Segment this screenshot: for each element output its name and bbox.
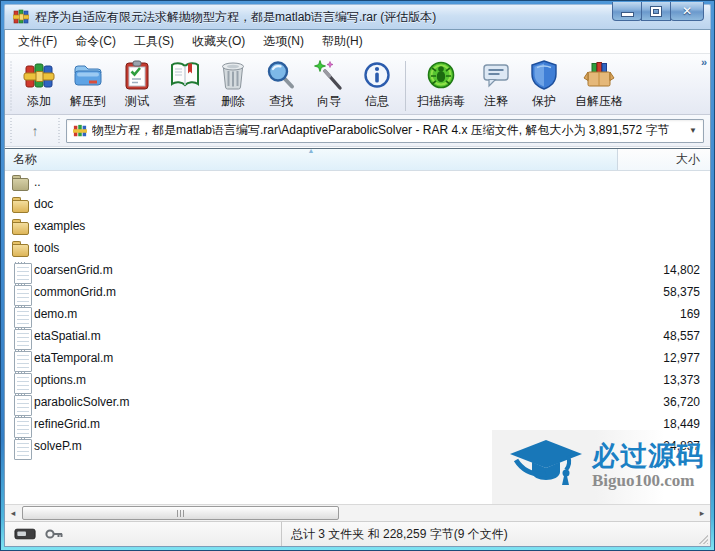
file-name: refineGrid.m — [34, 417, 612, 431]
file-list-panel: 名称 ▲ 大小 .. doc exam — [5, 148, 710, 504]
file-type-icon — [12, 372, 28, 388]
file-type-icon — [12, 328, 28, 344]
find-icon — [265, 59, 297, 91]
add-archive-icon — [23, 59, 55, 91]
toolbar-test-button[interactable]: 测试 — [113, 58, 161, 111]
window-controls: ✕ — [613, 2, 704, 21]
client-area: 文件(F) 命令(C) 工具(S) 收藏夹(O) 选项(N) 帮助(H) — [4, 29, 711, 547]
status-summary: 总计 3 文件夹 和 228,259 字节(9 个文件) — [282, 526, 710, 543]
file-name: options.m — [34, 373, 612, 387]
toolbar-delete-button[interactable]: 删除 — [209, 58, 257, 111]
horizontal-scrollbar[interactable]: ◂ ▸ — [5, 504, 710, 521]
archive-path-text: 物型方程，都是matlab语言编写.rar\AdaptiveParabolicS… — [92, 122, 680, 139]
file-type-icon — [12, 394, 28, 410]
file-type-icon — [12, 262, 28, 278]
toolbar-comment-button[interactable]: 注释 — [472, 58, 520, 111]
toolbar-virus-scan-button[interactable]: 扫描病毒 — [410, 58, 472, 111]
winrar-app-icon — [13, 9, 29, 25]
minimize-icon — [622, 13, 633, 16]
list-item[interactable]: etaTemporal.m 12,977 — [5, 347, 710, 369]
file-name: etaSpatial.m — [34, 329, 612, 343]
sort-ascending-icon: ▲ — [308, 148, 315, 154]
scrollbar-thumb[interactable] — [22, 506, 339, 520]
file-type-icon — [12, 284, 28, 300]
menu-commands[interactable]: 命令(C) — [66, 30, 125, 53]
toolbar-find-button[interactable]: 查找 — [257, 58, 305, 111]
delete-icon — [217, 59, 249, 91]
key-icon — [44, 527, 64, 541]
toolbar-extract-button[interactable]: 解压到 — [63, 58, 113, 111]
list-header: 名称 ▲ 大小 — [5, 149, 710, 171]
status-icons — [5, 522, 282, 546]
list-item[interactable]: options.m 13,373 — [5, 369, 710, 391]
column-header-name[interactable]: 名称 ▲ — [5, 149, 618, 170]
file-type-icon — [12, 350, 28, 366]
file-type-icon — [12, 240, 28, 256]
file-size: 14,802 — [618, 263, 710, 277]
toolbar-wizard-button[interactable]: 向导 — [305, 58, 353, 111]
close-button[interactable]: ✕ — [670, 2, 704, 21]
list-item[interactable]: examples — [5, 215, 710, 237]
list-item[interactable]: demo.m 169 — [5, 303, 710, 325]
close-icon: ✕ — [682, 5, 692, 17]
toolbar: 添加 解压到 — [5, 54, 710, 115]
toolbar-sfx-button[interactable]: 自解压格 — [568, 58, 630, 111]
list-item[interactable]: .. — [5, 171, 710, 193]
list-item[interactable]: doc — [5, 193, 710, 215]
list-item[interactable]: etaSpatial.m 48,557 — [5, 325, 710, 347]
file-size: 169 — [618, 307, 710, 321]
file-name: parabolicSolver.m — [34, 395, 612, 409]
up-one-level-button[interactable]: ↑ — [18, 119, 52, 143]
toolbar-add-button[interactable]: 添加 — [15, 58, 63, 111]
menu-file[interactable]: 文件(F) — [9, 30, 66, 53]
toolbar-protect-button[interactable]: 保护 — [520, 58, 568, 111]
disk-icon — [14, 527, 37, 541]
window-title: 程序为自适应有限元法求解抛物型方程，都是matlab语言编写.rar (评估版本… — [35, 9, 436, 26]
list-item[interactable]: coarsenGrid.m 14,802 — [5, 259, 710, 281]
minimize-button[interactable] — [612, 2, 642, 21]
file-type-icon — [12, 416, 28, 432]
protect-icon — [528, 59, 560, 91]
menu-bar: 文件(F) 命令(C) 工具(S) 收藏夹(O) 选项(N) 帮助(H) — [5, 30, 710, 54]
file-type-icon — [12, 438, 28, 454]
file-name: tools — [34, 241, 612, 255]
list-item[interactable]: refineGrid.m 18,449 — [5, 413, 710, 435]
file-size: 36,720 — [618, 395, 710, 409]
addressbar-gripper-2[interactable] — [57, 117, 61, 144]
up-arrow-icon: ↑ — [32, 123, 39, 139]
resize-grip[interactable] — [697, 533, 708, 544]
scroll-right-icon[interactable]: ▸ — [694, 505, 710, 521]
file-name: examples — [34, 219, 612, 233]
file-size: 24,837 — [618, 439, 710, 453]
winrar-mini-icon — [73, 124, 87, 138]
toolbar-view-button[interactable]: 查看 — [161, 58, 209, 111]
list-item[interactable]: parabolicSolver.m 36,720 — [5, 391, 710, 413]
menu-favorites[interactable]: 收藏夹(O) — [183, 30, 254, 53]
archive-path-combobox[interactable]: 物型方程，都是matlab语言编写.rar\AdaptiveParabolicS… — [66, 119, 704, 143]
info-icon — [361, 59, 393, 91]
chevron-down-icon: ▼ — [685, 126, 697, 135]
scroll-left-icon[interactable]: ◂ — [5, 505, 21, 521]
winrar-window: 程序为自适应有限元法求解抛物型方程，都是matlab语言编写.rar (评估版本… — [0, 0, 715, 551]
wizard-icon — [313, 59, 345, 91]
menu-tools[interactable]: 工具(S) — [125, 30, 183, 53]
menu-options[interactable]: 选项(N) — [254, 30, 313, 53]
file-name: solveP.m — [34, 439, 612, 453]
file-type-icon — [12, 174, 28, 190]
toolbar-gripper[interactable] — [9, 60, 13, 112]
column-header-size[interactable]: 大小 — [618, 149, 710, 170]
addressbar-gripper[interactable] — [9, 117, 13, 144]
maximize-button[interactable] — [641, 2, 671, 21]
file-name: coarsenGrid.m — [34, 263, 612, 277]
file-size: 18,449 — [618, 417, 710, 431]
menu-help[interactable]: 帮助(H) — [313, 30, 372, 53]
extract-to-icon — [72, 59, 104, 91]
list-item[interactable]: commonGrid.m 58,375 — [5, 281, 710, 303]
list-item[interactable]: tools — [5, 237, 710, 259]
virus-scan-icon — [425, 59, 457, 91]
list-item[interactable]: solveP.m 24,837 — [5, 435, 710, 457]
sfx-icon — [583, 59, 615, 91]
toolbar-info-button[interactable]: 信息 — [353, 58, 401, 111]
toolbar-overflow-chevron[interactable]: » — [701, 56, 707, 68]
file-size: 12,977 — [618, 351, 710, 365]
